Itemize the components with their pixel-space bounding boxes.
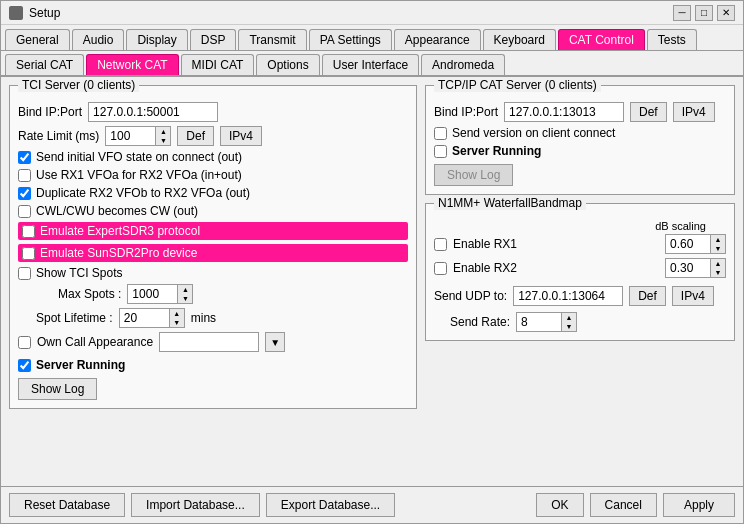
tci-max-spots-up[interactable]: ▲ <box>178 285 192 294</box>
tci-rate-limit-label: Rate Limit (ms) <box>18 129 99 143</box>
cancel-button[interactable]: Cancel <box>590 493 657 517</box>
tci-spot-lifetime-spin-buttons: ▲ ▼ <box>169 308 185 328</box>
tcpip-ipv4-button[interactable]: IPv4 <box>673 102 715 122</box>
apply-button[interactable]: Apply <box>663 493 735 517</box>
tab-transmit[interactable]: Transmit <box>238 29 306 50</box>
tcpip-bind-ip-input[interactable] <box>504 102 624 122</box>
tci-rate-limit-input[interactable] <box>105 126 155 146</box>
tcpip-server-group: TCP/IP CAT Server (0 clients) Bind IP:Po… <box>425 85 735 195</box>
tab-audio[interactable]: Audio <box>72 29 125 50</box>
tci-checkbox-use-rx1[interactable] <box>18 169 31 182</box>
n1mm-udp-row: Send UDP to: Def IPv4 <box>434 286 726 306</box>
subtab-serial-cat[interactable]: Serial CAT <box>5 54 84 75</box>
tci-ipv4-button[interactable]: IPv4 <box>220 126 262 146</box>
ok-button[interactable]: OK <box>536 493 583 517</box>
tci-spot-lifetime-up[interactable]: ▲ <box>170 309 184 318</box>
subtab-user-interface[interactable]: User Interface <box>322 54 419 75</box>
tci-own-call-input[interactable] <box>159 332 259 352</box>
tab-cat-control[interactable]: CAT Control <box>558 29 645 50</box>
tci-checkbox-emulate-sunsdr[interactable] <box>22 247 35 260</box>
tci-spot-lifetime-row: Spot Lifetime : ▲ ▼ mins <box>18 308 408 328</box>
tci-max-spots-label: Max Spots : <box>58 287 121 301</box>
tab-dsp[interactable]: DSP <box>190 29 237 50</box>
tci-own-call-dropdown[interactable]: ▼ <box>265 332 285 352</box>
subtab-options[interactable]: Options <box>256 54 319 75</box>
reset-database-button[interactable]: Reset Database <box>9 493 125 517</box>
subtab-midi-cat[interactable]: MIDI CAT <box>181 54 255 75</box>
n1mm-rx2-down[interactable]: ▼ <box>711 268 725 277</box>
n1mm-rate-spin-buttons: ▲ ▼ <box>561 312 577 332</box>
n1mm-rx2-input[interactable] <box>665 258 710 278</box>
tci-spot-lifetime-down[interactable]: ▼ <box>170 318 184 327</box>
tci-rate-limit-spin-buttons: ▲ ▼ <box>155 126 171 146</box>
tcpip-show-log-button[interactable]: Show Log <box>434 164 513 186</box>
tcpip-server-running-checkbox[interactable] <box>434 145 447 158</box>
maximize-button[interactable]: □ <box>695 5 713 21</box>
tci-max-spots-down[interactable]: ▼ <box>178 294 192 303</box>
content-area: TCI Server (0 clients) Bind IP:Port Rate… <box>1 77 743 486</box>
tci-checkbox-duplicate-rx2[interactable] <box>18 187 31 200</box>
tci-checkbox-label-0: Send initial VFO state on connect (out) <box>36 150 242 164</box>
tci-spot-lifetime-input[interactable] <box>119 308 169 328</box>
n1mm-udp-input[interactable] <box>513 286 623 306</box>
tci-max-spots-input[interactable] <box>127 284 177 304</box>
n1mm-rx1-up[interactable]: ▲ <box>711 235 725 244</box>
tci-bind-ip-input[interactable] <box>88 102 218 122</box>
tci-show-log-button[interactable]: Show Log <box>18 378 97 400</box>
tci-checkbox-show-spots[interactable] <box>18 267 31 280</box>
tab-keyboard[interactable]: Keyboard <box>483 29 556 50</box>
n1mm-rate-up[interactable]: ▲ <box>562 313 576 322</box>
tab-appearance[interactable]: Appearance <box>394 29 481 50</box>
tcpip-def-button[interactable]: Def <box>630 102 667 122</box>
window-title: Setup <box>29 6 60 20</box>
tcpip-send-version-label: Send version on client connect <box>452 126 615 140</box>
title-bar-left: Setup <box>9 6 60 20</box>
export-database-button[interactable]: Export Database... <box>266 493 395 517</box>
tci-rate-limit-up[interactable]: ▲ <box>156 127 170 136</box>
tci-checkbox-label-3: CWL/CWU becomes CW (out) <box>36 204 198 218</box>
tci-checkbox-emulate-expert[interactable] <box>22 225 35 238</box>
tci-rate-limit-down[interactable]: ▼ <box>156 136 170 145</box>
tcpip-send-version-checkbox[interactable] <box>434 127 447 140</box>
import-database-button[interactable]: Import Database... <box>131 493 260 517</box>
tci-checkbox-send-initial[interactable] <box>18 151 31 164</box>
n1mm-db-scaling-label: dB scaling <box>655 220 706 232</box>
tci-server-title: TCI Server (0 clients) <box>18 78 139 92</box>
tci-server-group: TCI Server (0 clients) Bind IP:Port Rate… <box>9 85 417 409</box>
tci-checkbox-own-call[interactable] <box>18 336 31 349</box>
tci-server-running-label: Server Running <box>36 358 125 372</box>
right-panel: TCP/IP CAT Server (0 clients) Bind IP:Po… <box>425 85 735 478</box>
tci-checkbox-cwl[interactable] <box>18 205 31 218</box>
tci-checkbox-3: CWL/CWU becomes CW (out) <box>18 204 408 218</box>
n1mm-rx1-spin: ▲ ▼ <box>665 234 726 254</box>
tci-server-running-checkbox[interactable] <box>18 359 31 372</box>
n1mm-rate-down[interactable]: ▼ <box>562 322 576 331</box>
subtab-network-cat[interactable]: Network CAT <box>86 54 178 75</box>
minimize-button[interactable]: ─ <box>673 5 691 21</box>
bottom-bar: Reset Database Import Database... Export… <box>1 486 743 523</box>
tab-general[interactable]: General <box>5 29 70 50</box>
tci-own-call-row: Own Call Appearance ▼ <box>18 332 408 352</box>
tci-emulate-expert-row: Emulate ExpertSDR3 protocol <box>18 222 408 240</box>
close-button[interactable]: ✕ <box>717 5 735 21</box>
n1mm-rate-input[interactable] <box>516 312 561 332</box>
left-panel: TCI Server (0 clients) Bind IP:Port Rate… <box>9 85 417 478</box>
app-icon <box>9 6 23 20</box>
tab-tests[interactable]: Tests <box>647 29 697 50</box>
subtab-andromeda[interactable]: Andromeda <box>421 54 505 75</box>
n1mm-rx1-down[interactable]: ▼ <box>711 244 725 253</box>
n1mm-title: N1MM+ WaterfallBandmap <box>434 196 586 210</box>
tab-pa-settings[interactable]: PA Settings <box>309 29 392 50</box>
main-tabs: General Audio Display DSP Transmit PA Se… <box>1 25 743 51</box>
n1mm-ipv4-button[interactable]: IPv4 <box>672 286 714 306</box>
n1mm-rx2-checkbox[interactable] <box>434 262 447 275</box>
tci-server-running-row: Server Running <box>18 358 408 372</box>
tci-def-button[interactable]: Def <box>177 126 214 146</box>
n1mm-rx1-label: Enable RX1 <box>453 237 517 251</box>
n1mm-rx1-input[interactable] <box>665 234 710 254</box>
n1mm-def-button[interactable]: Def <box>629 286 666 306</box>
n1mm-rx2-up[interactable]: ▲ <box>711 259 725 268</box>
tcpip-server-running-row: Server Running <box>434 144 726 158</box>
n1mm-rx1-checkbox[interactable] <box>434 238 447 251</box>
tab-display[interactable]: Display <box>126 29 187 50</box>
